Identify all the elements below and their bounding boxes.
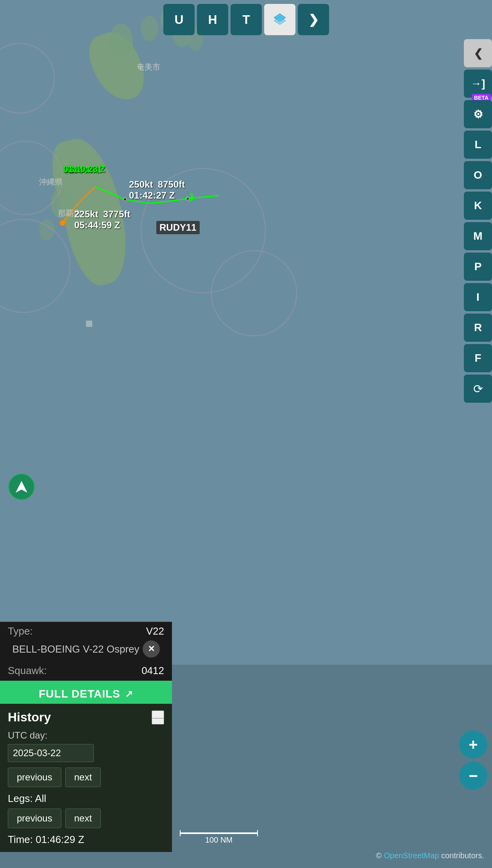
map-area[interactable]: ✈ 奄美市 沖縄県 那覇市 0kt Ground 01:10:23 Z 250k…	[0, 0, 492, 665]
utc-input[interactable]	[8, 744, 94, 762]
btn-replay[interactable]: ⟳	[464, 375, 492, 403]
minimize-btn[interactable]: —	[152, 710, 164, 725]
type-fullname: BELL-BOEING V-22 Osprey	[12, 643, 139, 655]
attribution: © OpenStreetMap contributors.	[376, 851, 484, 860]
scale-bar: 100 NM	[180, 832, 258, 845]
btn-I[interactable]: I	[464, 283, 492, 311]
flightradar-logo[interactable]	[8, 473, 35, 500]
callsign-label: RUDY11	[156, 221, 200, 234]
btn-K[interactable]: K	[464, 192, 492, 220]
btn-R[interactable]: R	[464, 314, 492, 342]
prev-day-btn[interactable]: previous	[8, 768, 61, 787]
next-day-btn[interactable]: next	[65, 768, 101, 787]
btn-O[interactable]: O	[464, 161, 492, 189]
btn-forward[interactable]: ❯	[298, 4, 329, 35]
day-nav-group: previous next	[8, 768, 164, 787]
btn-P[interactable]: P	[464, 253, 492, 281]
btn-M[interactable]: M	[464, 222, 492, 250]
squawk-label: Squawk:	[8, 665, 47, 677]
btn-layers[interactable]	[264, 4, 295, 35]
legs-nav-group: previous next	[8, 809, 164, 828]
next-leg-btn[interactable]: next	[65, 809, 101, 828]
type-code: V22	[146, 625, 164, 637]
btn-L[interactable]: L	[464, 131, 492, 159]
type-fullname-row: BELL-BOEING V-22 Osprey ✕	[0, 639, 172, 661]
flight-data-2: 250kt 8750ft 01:42:27 Z	[129, 179, 185, 201]
history-title: History —	[8, 710, 164, 725]
btn-t[interactable]: T	[231, 4, 262, 35]
aircraft-icon[interactable]: ✈	[185, 189, 198, 206]
close-btn[interactable]: ✕	[143, 640, 160, 658]
waypoint-mid1	[123, 197, 127, 201]
zoom-in-btn[interactable]: +	[459, 730, 487, 759]
external-link-icon: ↗	[125, 689, 133, 699]
flight-data-3: 225kt 3775ft 05:44:59 Z	[74, 209, 130, 231]
toolbar: U H T ❯	[160, 0, 332, 39]
btn-settings[interactable]: ⚙	[464, 100, 492, 128]
zoom-controls: + −	[459, 730, 487, 790]
scale-text: 100 NM	[205, 836, 233, 845]
history-section: History — UTC day: previous next Legs: A…	[0, 704, 172, 852]
btn-h[interactable]: H	[197, 4, 228, 35]
zoom-out-btn[interactable]: −	[459, 762, 487, 790]
waypoint-start	[60, 220, 65, 226]
utc-label: UTC day:	[8, 730, 164, 741]
prev-leg-btn[interactable]: previous	[8, 809, 61, 828]
type-label: Type:	[8, 625, 33, 637]
btn-u[interactable]: U	[163, 4, 195, 35]
btn-F[interactable]: F	[464, 344, 492, 372]
type-row: Type: V22	[0, 622, 172, 639]
scale-line	[180, 832, 258, 834]
full-details-btn[interactable]: FULL DETAILS ↗	[0, 681, 172, 707]
squawk-value: 0412	[141, 665, 164, 677]
legs-label: Legs: All	[8, 793, 164, 805]
login-container: →] BETA	[464, 70, 489, 98]
flight-path-svg	[0, 0, 492, 665]
indicator-dot	[86, 321, 92, 327]
btn-back[interactable]: ❮	[464, 39, 492, 67]
squawk-row: Squawk: 0412	[0, 661, 172, 681]
right-sidebar: ❮ →] BETA ⚙ L O K M P I R F ⟳	[461, 0, 492, 407]
time-label: Time: 01:46:29 Z	[8, 834, 164, 846]
